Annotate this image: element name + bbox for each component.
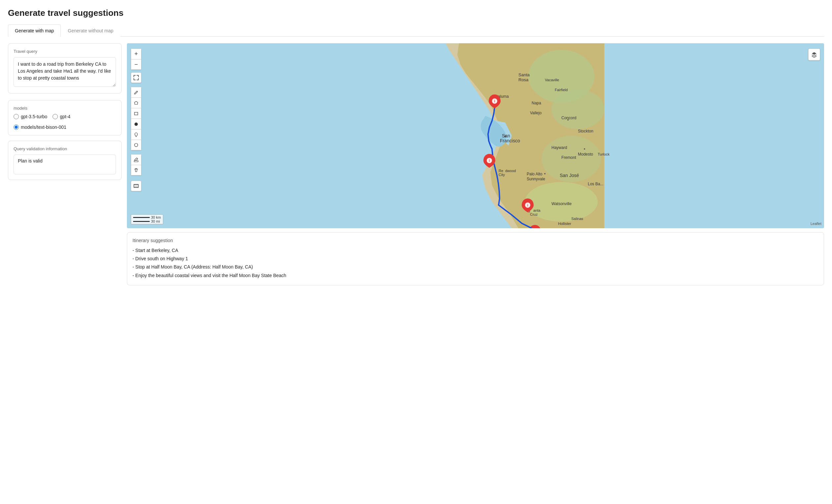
label-santa-cruz: anta	[533, 208, 541, 212]
tabs-container: Generate with map Generate without map	[8, 24, 824, 37]
main-layout: Travel query I want to do a road trip fr…	[8, 37, 824, 285]
model-option-textbison[interactable]: models/text-bison-001	[14, 125, 67, 130]
draw-polygon-button[interactable]	[131, 98, 141, 108]
travel-query-card: Travel query I want to do a road trip fr…	[8, 43, 122, 94]
page-title: Generate travel suggestions	[8, 8, 824, 18]
model-radio-gpt4[interactable]	[53, 114, 58, 119]
models-label: models	[14, 106, 116, 111]
right-panel: Santa Rosa Vacaville Fairfield Petaluma …	[127, 37, 824, 285]
left-panel: Travel query I want to do a road trip fr…	[8, 37, 127, 285]
label-san-francisco-2: Francisco	[500, 138, 520, 143]
itinerary-line-1: - Start at Berkeley, CA	[132, 246, 818, 255]
label-hollister: Hollister	[558, 221, 571, 226]
label-los-banos: Los Ba...	[588, 182, 603, 186]
validation-card: Query validation information Plan is val…	[8, 141, 122, 180]
dot-sj	[544, 173, 546, 175]
label-vallejo: Vallejo	[530, 111, 542, 115]
minimap-button[interactable]	[131, 181, 141, 191]
zoom-in-button[interactable]: +	[131, 49, 141, 59]
itinerary-section: Itinerary suggestion - Start at Berkeley…	[127, 232, 824, 285]
zoom-out-button[interactable]: −	[131, 59, 141, 70]
dot-concord	[567, 119, 569, 121]
model-option-gpt4[interactable]: gpt-4	[53, 114, 70, 119]
tab-generate-with-map[interactable]: Generate with map	[8, 24, 61, 37]
itinerary-line-3: - Stop at Half Moon Bay, CA (Address: Ha…	[132, 263, 818, 271]
map-background: Santa Rosa Vacaville Fairfield Petaluma …	[127, 43, 824, 228]
label-watsonville: Watsonville	[551, 202, 572, 206]
label-santa-cruz-2: Cruz	[530, 212, 538, 216]
draw-circle-filled-button[interactable]	[131, 118, 141, 129]
label-salinas: Salinas	[571, 217, 583, 221]
itinerary-line-4: - Enjoy the beautiful coastal views and …	[132, 271, 818, 280]
label-santa-rosa-2: Rosa	[518, 77, 529, 82]
label-fairfield: Fairfield	[555, 88, 568, 92]
model-label-gpt35: gpt-3.5-turbo	[21, 114, 47, 119]
edit-delete-group	[131, 154, 141, 176]
draw-pin-button[interactable]	[131, 129, 141, 140]
draw-circle-empty-button[interactable]	[131, 140, 141, 150]
label-palo-alto: Palo Alto	[527, 172, 543, 176]
svg-point-12	[134, 143, 138, 147]
svg-marker-9	[134, 101, 138, 104]
label-city: City	[499, 173, 505, 177]
label-san-francisco: San	[502, 133, 510, 138]
travel-query-input[interactable]: I want to do a road trip from Berkeley C…	[14, 57, 116, 87]
itinerary-content: - Start at Berkeley, CA - Drive south on…	[132, 246, 818, 280]
label-santa-rosa: Santa	[518, 72, 530, 77]
label-napa: Napa	[531, 101, 541, 105]
draw-rectangle-button[interactable]	[131, 108, 141, 118]
map-container: Santa Rosa Vacaville Fairfield Petaluma …	[127, 43, 824, 228]
dot-modesto	[584, 148, 585, 150]
model-label-gpt4: gpt-4	[60, 114, 70, 119]
label-sunnyvale: Sunnyvale	[527, 177, 545, 181]
svg-text:i: i	[489, 159, 490, 162]
map-scale: 30 km 30 mi	[131, 214, 163, 224]
label-fremont: Fremont	[562, 155, 576, 160]
label-dwood: dwood	[505, 169, 516, 173]
model-label-textbison: models/text-bison-001	[21, 125, 67, 130]
model-radio-textbison[interactable]	[14, 125, 19, 130]
zoom-control-group: + −	[131, 49, 141, 70]
svg-rect-10	[134, 112, 138, 115]
draw-pencil-button[interactable]	[131, 87, 141, 98]
layers-button[interactable]	[808, 49, 820, 60]
draw-tools-group	[131, 87, 141, 150]
dot-sf	[504, 135, 506, 137]
label-stockton: Stockton	[578, 129, 593, 133]
edit-button[interactable]	[131, 154, 141, 165]
label-turlock: Turlock	[598, 152, 609, 156]
label-hayward: Hayward	[551, 145, 567, 150]
svg-rect-13	[134, 160, 138, 162]
label-redwood: Re	[499, 169, 503, 173]
label-san-jose: San José	[560, 173, 579, 178]
map-controls: + −	[131, 49, 141, 191]
map-svg: Santa Rosa Vacaville Fairfield Petaluma …	[127, 43, 824, 228]
label-concord: Concord	[562, 115, 576, 120]
svg-text:i: i	[527, 204, 528, 207]
validation-value: Plan is valid	[14, 155, 116, 175]
travel-query-label: Travel query	[14, 49, 116, 54]
itinerary-label: Itinerary suggestion	[132, 238, 818, 243]
vegetation-2	[551, 89, 604, 129]
models-radio-group: gpt-3.5-turbo gpt-4 models/text-bison-00…	[14, 114, 116, 130]
label-vacaville: Vacaville	[545, 78, 559, 82]
leaflet-credit: Leaflet	[810, 221, 822, 226]
model-option-gpt35[interactable]: gpt-3.5-turbo	[14, 114, 47, 119]
model-radio-gpt35[interactable]	[14, 114, 19, 119]
svg-text:i: i	[494, 99, 495, 103]
fullscreen-button[interactable]	[131, 72, 141, 83]
validation-label: Query validation information	[14, 146, 116, 151]
delete-button[interactable]	[131, 165, 141, 176]
tab-generate-without-map[interactable]: Generate without map	[61, 24, 120, 37]
label-modesto: Modesto	[578, 152, 593, 157]
models-card: models gpt-3.5-turbo gpt-4 models/text-b…	[8, 100, 122, 135]
itinerary-line-2: - Drive south on Highway 1	[132, 255, 818, 263]
svg-point-11	[134, 123, 138, 126]
